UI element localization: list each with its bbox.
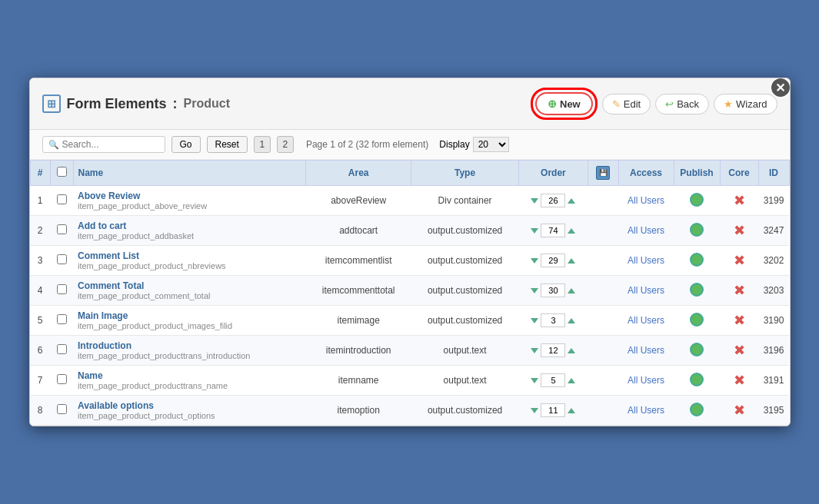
cell-core: ✖ <box>720 186 758 216</box>
order-input-3[interactable] <box>541 284 565 297</box>
access-value-7[interactable]: All Users <box>628 405 664 416</box>
core-icon-1[interactable]: ✖ <box>734 223 745 238</box>
order-input-5[interactable] <box>541 343 565 357</box>
order-down-5[interactable] <box>531 348 538 353</box>
cell-type: Div container <box>411 186 519 216</box>
order-up-1[interactable] <box>568 228 575 234</box>
cell-checkbox <box>50 186 73 216</box>
core-icon-3[interactable]: ✖ <box>734 283 745 298</box>
cell-core: ✖ <box>720 276 758 306</box>
order-down-4[interactable] <box>531 318 538 323</box>
core-icon-0[interactable]: ✖ <box>734 193 745 208</box>
row-checkbox-6[interactable] <box>57 374 67 384</box>
row-checkbox-4[interactable] <box>57 314 67 324</box>
name-sub-1: item_page_product_addbasket <box>78 231 301 240</box>
order-up-2[interactable] <box>568 258 575 264</box>
search-input[interactable] <box>62 139 162 150</box>
select-all-checkbox[interactable] <box>57 167 67 177</box>
access-value-2[interactable]: All Users <box>628 255 664 266</box>
edit-button[interactable]: ✎ Edit <box>602 94 651 114</box>
name-link-3[interactable]: Comment Total <box>78 280 301 291</box>
core-icon-7[interactable]: ✖ <box>734 403 745 418</box>
order-down-7[interactable] <box>531 408 538 413</box>
access-value-4[interactable]: All Users <box>628 315 664 326</box>
order-down-1[interactable] <box>531 228 538 234</box>
order-input-4[interactable] <box>541 313 565 327</box>
order-up-0[interactable] <box>568 198 575 204</box>
order-up-6[interactable] <box>568 378 575 383</box>
order-input-6[interactable] <box>541 373 565 387</box>
order-input-1[interactable] <box>541 224 565 237</box>
publish-icon-0[interactable] <box>690 193 704 207</box>
order-up-7[interactable] <box>568 408 575 413</box>
col-access: Access <box>618 161 674 186</box>
access-value-0[interactable]: All Users <box>628 195 664 206</box>
cell-name: Above Review item_page_product_above_rev… <box>73 186 306 216</box>
cell-checkbox <box>50 276 73 306</box>
core-icon-5[interactable]: ✖ <box>734 343 745 358</box>
access-value-3[interactable]: All Users <box>628 285 664 296</box>
cell-checkbox <box>50 246 73 276</box>
wizard-button[interactable]: ★ Wizard <box>714 94 777 114</box>
order-input-2[interactable] <box>541 254 565 267</box>
order-input-0[interactable] <box>541 194 565 207</box>
order-up-4[interactable] <box>568 318 575 323</box>
cell-core: ✖ <box>720 396 758 426</box>
close-button[interactable]: ✕ <box>770 78 791 98</box>
order-up-col-6 <box>568 378 575 383</box>
name-link-6[interactable]: Name <box>78 370 301 381</box>
core-icon-4[interactable]: ✖ <box>734 313 745 328</box>
order-down-0[interactable] <box>531 198 538 204</box>
order-input-7[interactable] <box>541 403 565 417</box>
publish-icon-2[interactable] <box>690 253 704 267</box>
cell-area: addtocart <box>306 216 411 246</box>
publish-icon-4[interactable] <box>690 313 704 327</box>
name-link-7[interactable]: Available options <box>78 400 301 411</box>
cell-order <box>519 246 588 276</box>
page-1-button[interactable]: 1 <box>254 136 271 153</box>
publish-icon-3[interactable] <box>690 283 704 297</box>
name-link-1[interactable]: Add to cart <box>78 220 301 231</box>
cell-access: All Users <box>618 186 674 216</box>
publish-icon-7[interactable] <box>690 403 704 416</box>
name-link-4[interactable]: Main Image <box>78 310 301 321</box>
display-select[interactable]: 20 50 100 <box>473 137 509 152</box>
row-checkbox-5[interactable] <box>57 344 67 354</box>
new-button[interactable]: ⊕ New <box>535 92 593 115</box>
cell-name: Available options item_page_product_prod… <box>73 396 306 426</box>
cell-publish <box>674 396 720 426</box>
row-checkbox-3[interactable] <box>57 284 67 294</box>
order-down-6[interactable] <box>531 378 538 383</box>
publish-icon-6[interactable] <box>690 373 704 386</box>
publish-icon-5[interactable] <box>690 343 704 356</box>
cell-publish <box>674 306 720 336</box>
name-link-2[interactable]: Comment List <box>78 250 301 261</box>
save-all-icon[interactable]: 💾 <box>596 166 610 180</box>
reset-button[interactable]: Reset <box>207 136 248 153</box>
access-value-1[interactable]: All Users <box>628 225 664 236</box>
access-value-6[interactable]: All Users <box>628 375 664 386</box>
row-checkbox-1[interactable] <box>57 224 67 234</box>
cell-name: Main Image item_page_product_product_ima… <box>73 306 306 336</box>
row-checkbox-0[interactable] <box>57 194 67 204</box>
go-button[interactable]: Go <box>171 136 201 153</box>
page-2-button[interactable]: 2 <box>277 136 294 153</box>
order-up-5[interactable] <box>568 348 575 353</box>
cell-area: itemintroduction <box>306 336 411 366</box>
core-icon-2[interactable]: ✖ <box>734 253 745 268</box>
name-sub-5: item_page_product_producttrans_introduct… <box>78 351 301 360</box>
name-link-5[interactable]: Introduction <box>78 340 301 351</box>
order-up-3[interactable] <box>568 288 575 293</box>
order-down-2[interactable] <box>531 258 538 264</box>
col-publish: Publish <box>674 161 720 186</box>
row-checkbox-2[interactable] <box>57 254 67 264</box>
core-icon-6[interactable]: ✖ <box>734 373 745 388</box>
back-button[interactable]: ↩ Back <box>655 94 709 114</box>
access-value-5[interactable]: All Users <box>628 345 664 356</box>
cell-type: output.text <box>411 336 519 366</box>
row-checkbox-7[interactable] <box>57 404 67 414</box>
name-link-0[interactable]: Above Review <box>78 191 301 201</box>
order-down-3[interactable] <box>531 288 538 293</box>
publish-icon-1[interactable] <box>690 223 704 237</box>
cell-checkbox <box>50 216 73 246</box>
